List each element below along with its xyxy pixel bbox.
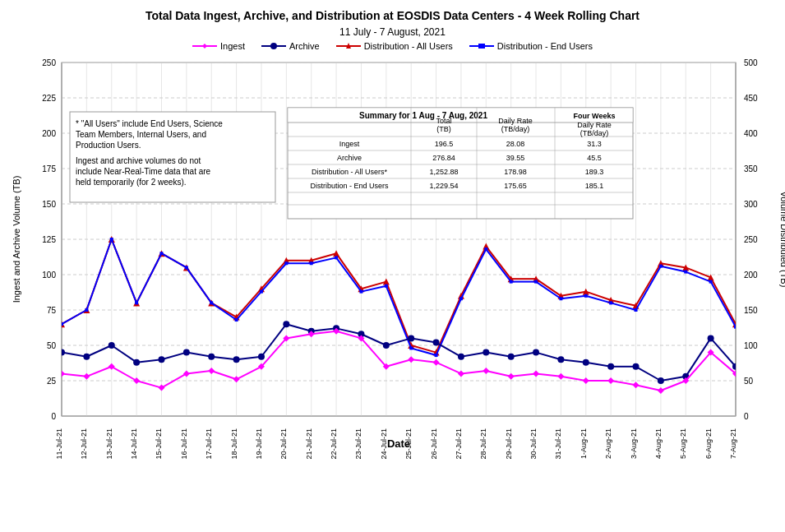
svg-text:185.1: 185.1 <box>585 182 604 190</box>
svg-point-261 <box>633 363 640 369</box>
svg-text:Total: Total <box>436 117 451 125</box>
legend-dist-end: Distribution - End Users <box>469 41 593 51</box>
svg-rect-186 <box>135 301 138 304</box>
svg-marker-1 <box>202 44 207 49</box>
svg-text:178.98: 178.98 <box>504 168 527 176</box>
svg-text:5-Aug-21: 5-Aug-21 <box>679 428 687 459</box>
annotation-line3: Production Users. <box>76 141 141 150</box>
svg-text:250: 250 <box>744 235 758 244</box>
svg-rect-205 <box>609 301 612 304</box>
svg-rect-194 <box>335 256 338 259</box>
svg-text:16-Jul-21: 16-Jul-21 <box>180 428 188 460</box>
chart-subtitle: 11 July - 7 August, 2021 <box>8 26 777 38</box>
svg-rect-193 <box>310 261 313 265</box>
svg-text:Distribution - End Users: Distribution - End Users <box>310 182 389 190</box>
svg-rect-7 <box>478 44 485 49</box>
svg-text:0: 0 <box>51 412 56 421</box>
chart-legend: Ingest Archive Distribution - All Users … <box>8 41 777 51</box>
svg-text:150: 150 <box>744 306 758 315</box>
svg-rect-201 <box>510 280 513 283</box>
svg-text:75: 75 <box>47 306 57 315</box>
svg-text:2-Aug-21: 2-Aug-21 <box>604 428 612 459</box>
svg-rect-199 <box>459 297 463 300</box>
svg-text:28.08: 28.08 <box>506 140 525 148</box>
svg-point-251 <box>383 342 390 349</box>
svg-text:12-Jul-21: 12-Jul-21 <box>80 428 88 460</box>
svg-rect-189 <box>210 301 213 304</box>
svg-text:Summary for 1 Aug - 7 Aug, 202: Summary for 1 Aug - 7 Aug, 2021 <box>359 111 487 120</box>
svg-text:100: 100 <box>744 341 758 350</box>
svg-point-241 <box>133 359 140 365</box>
svg-text:31.3: 31.3 <box>587 140 602 148</box>
svg-text:150: 150 <box>42 200 56 209</box>
svg-rect-187 <box>159 252 163 255</box>
svg-text:(TB): (TB) <box>436 125 451 133</box>
svg-rect-195 <box>359 289 362 293</box>
svg-rect-191 <box>260 289 263 293</box>
svg-text:175: 175 <box>42 164 56 173</box>
svg-text:Daily Rate: Daily Rate <box>577 121 612 129</box>
svg-text:15-Jul-21: 15-Jul-21 <box>155 428 163 460</box>
legend-archive-label: Archive <box>289 41 320 51</box>
svg-text:6-Aug-21: 6-Aug-21 <box>704 428 713 459</box>
svg-rect-184 <box>85 308 88 312</box>
svg-point-245 <box>233 356 240 363</box>
svg-point-239 <box>83 353 90 359</box>
svg-point-244 <box>208 353 215 359</box>
svg-text:18-Jul-21: 18-Jul-21 <box>230 428 238 460</box>
svg-rect-208 <box>684 270 687 273</box>
svg-rect-206 <box>635 308 638 312</box>
chart-title: Total Data Ingest, Archive, and Distribu… <box>8 8 777 25</box>
svg-text:19-Jul-21: 19-Jul-21 <box>255 428 263 460</box>
legend-archive: Archive <box>261 41 320 51</box>
svg-point-260 <box>607 363 614 369</box>
svg-text:189.3: 189.3 <box>585 168 604 176</box>
legend-dist-all-label: Distribution - All Users <box>364 41 453 51</box>
svg-point-258 <box>557 356 564 363</box>
chart-container: Total Data Ingest, Archive, and Distribu… <box>0 0 785 532</box>
svg-text:30-Jul-21: 30-Jul-21 <box>529 428 538 460</box>
svg-point-264 <box>708 335 714 341</box>
svg-rect-198 <box>435 354 438 357</box>
svg-rect-190 <box>235 318 238 322</box>
svg-text:25: 25 <box>47 377 57 386</box>
svg-point-243 <box>183 349 190 355</box>
svg-point-3 <box>270 43 277 49</box>
svg-rect-203 <box>559 297 562 300</box>
svg-text:28-Jul-21: 28-Jul-21 <box>479 428 487 460</box>
svg-text:Ingest: Ingest <box>339 140 360 148</box>
svg-rect-188 <box>185 266 188 269</box>
svg-point-257 <box>533 349 539 355</box>
svg-text:22-Jul-21: 22-Jul-21 <box>330 428 338 460</box>
legend-ingest: Ingest <box>192 41 245 51</box>
svg-text:450: 450 <box>744 94 758 103</box>
svg-text:Archive: Archive <box>337 154 362 162</box>
annotation-line1: * "All Users" include End Users, Science <box>76 119 223 128</box>
svg-text:21-Jul-21: 21-Jul-21 <box>305 428 313 460</box>
svg-text:7-Aug-21: 7-Aug-21 <box>729 428 737 459</box>
svg-point-246 <box>258 353 265 359</box>
svg-text:13-Jul-21: 13-Jul-21 <box>105 428 113 460</box>
svg-text:(TB/day): (TB/day) <box>580 129 609 137</box>
svg-text:400: 400 <box>744 129 758 138</box>
svg-text:200: 200 <box>744 271 758 280</box>
svg-point-254 <box>458 353 464 359</box>
svg-rect-210 <box>734 325 737 328</box>
svg-text:1,229.54: 1,229.54 <box>429 182 458 190</box>
svg-point-259 <box>583 359 589 365</box>
svg-text:(TB/day): (TB/day) <box>501 125 530 133</box>
svg-point-238 <box>58 349 65 355</box>
svg-text:29-Jul-21: 29-Jul-21 <box>505 428 513 460</box>
svg-text:1,252.88: 1,252.88 <box>429 168 458 176</box>
annotation-line6: held temporarily (for 2 weeks). <box>76 178 187 187</box>
svg-text:20-Jul-21: 20-Jul-21 <box>279 428 288 460</box>
svg-rect-209 <box>709 280 713 283</box>
svg-rect-183 <box>60 322 63 326</box>
summary-table: Summary for 1 Aug - 7 Aug, 2021 Total (T… <box>288 108 633 219</box>
svg-text:Distribution - All Users*: Distribution - All Users* <box>312 168 388 176</box>
svg-point-240 <box>109 342 115 349</box>
svg-text:250: 250 <box>42 58 56 67</box>
legend-ingest-label: Ingest <box>220 41 245 51</box>
main-svg: 250 500 225 450 200 400 175 350 150 300 <box>8 54 785 490</box>
annotation-line2: Team Members, Internal Users, and <box>76 130 206 139</box>
